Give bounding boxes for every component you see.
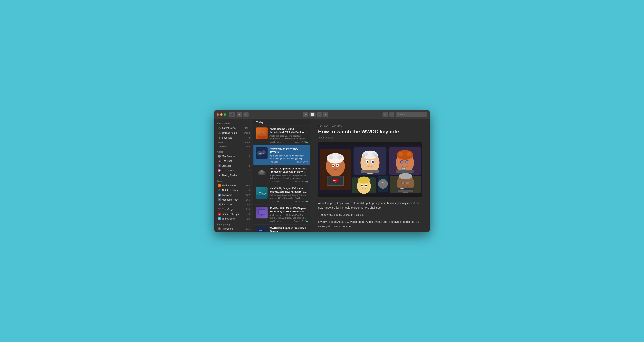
feed-item-1-time: Today, 17:29 xyxy=(294,141,308,143)
engadget-label: Engadget xyxy=(222,203,245,206)
minimize-button[interactable] xyxy=(220,113,222,116)
favorites-icon: ★ xyxy=(218,136,221,139)
share-button[interactable]: ↑ xyxy=(390,112,394,117)
cultofmac-icon: ◉ xyxy=(218,169,221,172)
sidebar-item-daringfireball[interactable]: ★ Daring Fireball 2 xyxy=(215,173,252,178)
feed-item-6-content: WWDC 2020 Spoiler-Free Video Stream Even… xyxy=(270,227,308,232)
photography-section-label: Photography xyxy=(214,221,253,226)
next-button[interactable]: › xyxy=(323,112,328,117)
tweakers-count: 307 xyxy=(246,194,250,196)
cultofmac-count: 3 xyxy=(248,169,250,172)
bookmark-button[interactable]: ☆ xyxy=(382,112,388,117)
maximize-button[interactable] xyxy=(224,113,226,116)
apple-section-label: Apple xyxy=(214,149,253,154)
sidebar: Smart Filters ◎ Latest News 1591 ◎ Unrea… xyxy=(214,119,254,232)
feed-item-2-summary: As of this post, Apple's web site is sti… xyxy=(270,154,308,160)
fstoppers-label: Fstoppers xyxy=(222,228,245,230)
feed-item-5-meta: MacRumors Today, 15:22 xyxy=(270,220,308,222)
svg-point-16 xyxy=(261,215,262,216)
hackernews-label: Hacker News xyxy=(222,184,245,187)
svg-point-27 xyxy=(338,155,342,160)
feed-item-5-title: iPad Pro With Mini-LED Display Reportedl… xyxy=(270,207,308,213)
svg-rect-51 xyxy=(361,170,378,173)
sidebar-item-techcrunch[interactable]: TC TechCrunch 429 xyxy=(215,217,252,221)
svg-rect-79 xyxy=(402,182,405,184)
svg-text:WWDC: WWDC xyxy=(259,153,264,154)
feed-item-5-content: iPad Pro With Mini-LED Display Reportedl… xyxy=(270,207,308,222)
tweakers-label: Tweakers xyxy=(222,194,245,197)
sidebar-item-theverge[interactable]: ▽ The Verge 299 xyxy=(215,207,252,212)
daringfireball-icon: ★ xyxy=(218,174,221,177)
sidebar-item-opinion[interactable]: Opinion 555 xyxy=(215,144,252,148)
feed-item-5-time: Today, 15:22 xyxy=(294,220,308,222)
sidebar-item-news[interactable]: News 9240 xyxy=(215,140,252,144)
sidebar-item-dslr[interactable]: ◐ News/Views | DSLRBod... 2 xyxy=(215,231,252,232)
sidebar-item-engadget[interactable]: E Engadget 356 xyxy=(215,202,252,207)
feed-item-3[interactable]: AirPods 3 upgrade with AirPods Pro desig… xyxy=(254,165,310,185)
feed-item-5[interactable]: iPad Pro With Mini-LED Display Reportedl… xyxy=(254,205,310,225)
sidebar-item-latest-news[interactable]: ◎ Latest News 1591 xyxy=(215,126,252,130)
traffic-lights xyxy=(217,113,226,116)
sidebar-item-linustechtips[interactable]: ▶ Linus Tech Tips 8 xyxy=(215,212,252,216)
sidebar-item-notjustbikes[interactable]: ◐ Not Just Bikes 3 xyxy=(215,188,252,193)
sidebar-item-hackernews[interactable]: Y Hacker News 960 xyxy=(215,183,252,188)
sidebar-item-mashable[interactable]: M Mashable Tech 166 xyxy=(215,198,252,202)
unread-items-icon: ◎ xyxy=(218,131,221,134)
notjustbikes-icon: ◐ xyxy=(218,189,221,192)
svg-rect-58 xyxy=(400,160,404,163)
svg-point-31 xyxy=(337,165,338,166)
opinion-count: 555 xyxy=(246,145,250,148)
theverge-label: The Verge xyxy=(222,208,245,211)
feed-item-3-title: AirPods 3 upgrade with AirPods Pro desig… xyxy=(270,167,308,174)
mark-button[interactable]: M xyxy=(303,112,308,117)
9to5mac-icon: 9 xyxy=(218,164,221,167)
9to5mac-label: 9to5Mac xyxy=(222,164,248,167)
sidebar-item-9to5mac[interactable]: 9 9to5Mac 3 xyxy=(215,163,252,168)
feed-item-2-meta: The Loop Today, 17:08 xyxy=(270,160,308,163)
latest-news-icon: ◎ xyxy=(218,126,221,130)
news-count: 9240 xyxy=(245,141,250,143)
feed-item-4[interactable]: MacOS Big Sur, no iOS name change, zero … xyxy=(254,185,310,205)
feed-item-3-thumb xyxy=(256,167,268,179)
feed-item-3-summary: Apple will introduce its third-generatio… xyxy=(270,174,308,180)
article-source: The Loop – Dave Mark xyxy=(318,125,422,127)
svg-text:WWDC: WWDC xyxy=(402,168,405,169)
reading-mode-button[interactable]: ⬜ xyxy=(310,112,316,117)
svg-rect-80 xyxy=(406,182,409,184)
close-button[interactable] xyxy=(217,113,219,116)
hackernews-count: 960 xyxy=(246,184,250,187)
sidebar-item-unread-items[interactable]: ◎ Unread Items 14033 xyxy=(215,131,252,135)
article-hero-image: WWDC 20 xyxy=(318,142,422,197)
sidebar-item-macrumors[interactable]: ◐ MacRumors 5 xyxy=(215,154,252,158)
techcrunch-label: TechCrunch xyxy=(222,218,245,220)
feed-item-6[interactable]: WWDC 2020 WWDC 2020 Spoiler-Free Video S… xyxy=(254,225,310,232)
sidebar-item-theloop[interactable]: ◉ The Loop xyxy=(215,159,252,163)
theloop-icon: ◉ xyxy=(218,159,221,162)
sidebar-item-cultofmac[interactable]: ◉ Cult of Mac 3 xyxy=(215,168,252,173)
prev-button[interactable]: ‹ xyxy=(317,112,322,117)
feed-item-2-source: The Loop xyxy=(270,160,278,163)
sidebar-toggle-button[interactable]: ⬛ xyxy=(229,112,235,117)
feed-item-4-source: Cult of Mac xyxy=(270,200,280,203)
sidebar-item-favorites[interactable]: ★ Favorites 3 xyxy=(215,135,252,140)
search-input[interactable] xyxy=(396,112,427,117)
macrumors-count: 5 xyxy=(248,155,250,157)
theloop-label: The Loop xyxy=(222,160,248,162)
article-para-4: If you're watching in browser, jump to A… xyxy=(318,231,422,232)
latest-news-count: 1591 xyxy=(245,127,250,129)
feed-item-1[interactable]: Apple Begins Selling Refurbished 2020 Ma… xyxy=(254,125,310,145)
svg-rect-59 xyxy=(406,160,409,163)
grid-view-button[interactable]: ⊞ xyxy=(237,112,242,117)
svg-point-41 xyxy=(368,151,372,155)
svg-point-78 xyxy=(398,173,412,180)
feed-item-4-thumb xyxy=(256,187,268,199)
engadget-count: 356 xyxy=(246,203,250,206)
sidebar-item-fstoppers[interactable]: F Fstoppers 115 xyxy=(215,227,252,231)
sidebar-item-tweakers[interactable]: ◉ Tweakers 307 xyxy=(215,193,252,197)
theverge-count: 299 xyxy=(246,208,250,210)
article-para-3: If you've got an Apple TV, watch on the … xyxy=(318,220,422,228)
svg-point-43 xyxy=(363,154,366,157)
mark-read-button[interactable]: ✓ xyxy=(244,112,248,117)
svg-point-56 xyxy=(402,150,408,156)
feed-item-2[interactable]: WWDC How to watch the WWDC keynote As of… xyxy=(254,145,310,165)
